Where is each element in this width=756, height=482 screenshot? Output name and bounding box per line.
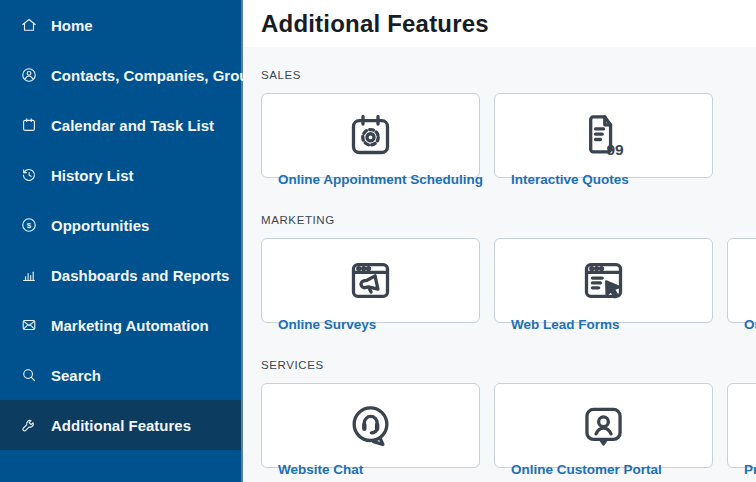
app-window: Home Contacts, Companies, Groups Calenda… [0, 0, 756, 482]
sidebar-item-label: History List [51, 167, 134, 184]
wrench-icon [20, 416, 38, 434]
card-website-chat[interactable]: Website Chat [261, 383, 480, 468]
interactive-quotes-icon: 99 [511, 109, 696, 162]
contacts-icon [20, 66, 38, 84]
card-row: Online Surveys Web Lead Forms On [261, 238, 756, 323]
card-row: Website Chat Online Customer Portal Pr [261, 383, 756, 468]
search-icon [20, 366, 38, 384]
sidebar-item-label: Contacts, Companies, Groups [51, 67, 266, 84]
sidebar-item-label: Additional Features [51, 417, 191, 434]
section-label: MARKETING [261, 214, 756, 227]
section-services: SERVICES Website Chat Online Customer Po… [261, 359, 756, 468]
calendar-icon [20, 116, 38, 134]
sidebar-item-label: Marketing Automation [51, 317, 209, 334]
card-interactive-quotes[interactable]: 99 Interactive Quotes [494, 93, 713, 178]
section-marketing: MARKETING Online Surveys Web Lead Forms … [261, 214, 756, 323]
sidebar-item-home[interactable]: Home [0, 0, 241, 50]
opportunities-icon: $ [20, 216, 38, 234]
sidebar-item-marketing-automation[interactable]: Marketing Automation [0, 300, 241, 350]
sidebar-item-calendar-and-task-list[interactable]: Calendar and Task List [0, 100, 241, 150]
sidebar-item-search[interactable]: Search [0, 350, 241, 400]
sidebar-item-additional-features[interactable]: Additional Features [0, 400, 241, 450]
card-label[interactable]: Web Lead Forms [511, 317, 696, 332]
content-area: SALES Online Appointment Scheduling 99 I… [243, 47, 756, 482]
card-label[interactable]: Online Surveys [278, 317, 463, 332]
customer-portal-icon [511, 399, 696, 452]
section-label: SALES [261, 69, 756, 82]
page-header: Additional Features [243, 0, 756, 47]
card-label[interactable]: On [744, 317, 756, 332]
web-lead-forms-icon [511, 254, 696, 307]
home-icon [20, 16, 38, 34]
envelope-icon [20, 316, 38, 334]
appointment-scheduling-icon [278, 109, 463, 162]
online-surveys-icon [278, 254, 463, 307]
card-label[interactable]: Website Chat [278, 462, 463, 477]
card-on[interactable]: On [727, 238, 756, 323]
card-label[interactable]: Interactive Quotes [511, 172, 696, 187]
sidebar: Home Contacts, Companies, Groups Calenda… [0, 0, 243, 482]
sidebar-item-contacts-companies-groups[interactable]: Contacts, Companies, Groups [0, 50, 241, 100]
card-web-lead-forms[interactable]: Web Lead Forms [494, 238, 713, 323]
card-online-customer-portal[interactable]: Online Customer Portal [494, 383, 713, 468]
sidebar-item-opportunities[interactable]: $ Opportunities [0, 200, 241, 250]
card-online-surveys[interactable]: Online Surveys [261, 238, 480, 323]
card-label[interactable]: Online Appointment Scheduling [278, 172, 463, 187]
page-title: Additional Features [261, 10, 489, 38]
calendar-icon [744, 254, 756, 307]
card-pr[interactable]: Pr [727, 383, 756, 468]
sidebar-item-history-list[interactable]: History List [0, 150, 241, 200]
card-label[interactable]: Pr [744, 462, 756, 477]
card-online-appointment-scheduling[interactable]: Online Appointment Scheduling [261, 93, 480, 178]
website-chat-icon [278, 399, 463, 452]
svg-text:99: 99 [606, 141, 624, 158]
dashboards-icon [20, 266, 38, 284]
sidebar-item-label: Home [51, 17, 93, 34]
history-icon [20, 166, 38, 184]
sidebar-item-label: Opportunities [51, 217, 149, 234]
main-panel: Additional Features SALES Online Appoint… [243, 0, 756, 482]
sidebar-item-label: Calendar and Task List [51, 117, 214, 134]
sidebar-item-label: Dashboards and Reports [51, 267, 229, 284]
card-label[interactable]: Online Customer Portal [511, 462, 696, 477]
sidebar-item-dashboards-and-reports[interactable]: Dashboards and Reports [0, 250, 241, 300]
section-label: SERVICES [261, 359, 756, 372]
section-sales: SALES Online Appointment Scheduling 99 I… [261, 69, 756, 178]
sidebar-item-label: Search [51, 367, 101, 384]
document-icon [744, 399, 756, 452]
svg-text:$: $ [27, 221, 32, 230]
card-row: Online Appointment Scheduling 99 Interac… [261, 93, 756, 178]
